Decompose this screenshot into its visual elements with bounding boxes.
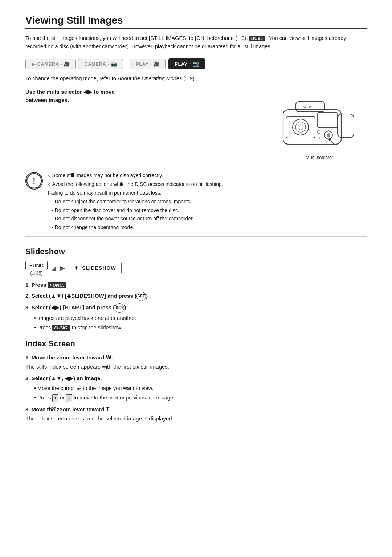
warning-icon: ! (25, 172, 43, 190)
cursor-icon: ☍ (77, 386, 81, 391)
minus-btn: – (66, 394, 72, 402)
intro-text-1: To use the still images functions, you w… (25, 35, 249, 41)
svg-point-14 (317, 131, 320, 134)
slideshow-label: SLIDESHOW (82, 265, 116, 271)
warning-bullet-2: Avoid the following actions while the DI… (48, 180, 223, 198)
svg-point-16 (304, 106, 306, 108)
svg-point-3 (293, 119, 309, 135)
svg-point-4 (295, 122, 306, 132)
camera-photo-symbol: · 📷 (108, 61, 117, 67)
warning-sub-item: Do not subject the camcorder to vibratio… (52, 198, 223, 206)
play-photo-label: PLAY (175, 61, 187, 67)
intro-text: To use the still images functions, you w… (25, 34, 367, 51)
func-box: FUNC (25, 261, 48, 270)
camera-video-symbol: · 🎥 (61, 61, 70, 67)
camcorder-svg (276, 88, 363, 153)
dc95-badge: DC95 (249, 36, 265, 41)
func-inline-1: FUNC. (48, 282, 66, 288)
svg-line-20 (330, 139, 334, 144)
svg-rect-6 (296, 102, 325, 112)
use-multi-selector-heading: Use the multi selector ◀▶ to movebetween… (25, 88, 261, 104)
warning-sub-item: Do not disconnect the power source or tu… (52, 215, 223, 223)
play-photo-mode-btn[interactable]: PLAY · 📷 (168, 58, 205, 69)
camera-photo-label: CAMERA (84, 61, 106, 67)
slideshow-steps: 1. Press FUNC. 2. Select (▲▼) [◈SLIDESHO… (25, 281, 367, 332)
mode-divider (127, 57, 127, 70)
index-sub-1: Move the cursor ☍ to the image you want … (34, 384, 367, 393)
index-step-3: 3. Move the zoom lever toward T. The ind… (25, 405, 367, 423)
svg-rect-2 (318, 113, 338, 128)
func-inline-2: FUNC. (52, 325, 70, 331)
index-step-1-detail: The stills index screen appears with the… (25, 363, 169, 370)
warning-sub-list: Do not subject the camcorder to vibratio… (52, 198, 223, 232)
mode-buttons-row: ▶ CAMERA · 🎥 CAMERA · 📷 PLAY · 🎥 PLAY · … (25, 57, 367, 70)
multi-selector-label: Multi selector (306, 155, 334, 160)
camera-photo-mode-btn[interactable]: CAMERA · 📷 (78, 59, 123, 69)
slideshow-arrow-2: ▶ (60, 264, 65, 272)
multi-selector-text: Use the multi selector ◀▶ to movebetween… (25, 88, 261, 107)
func-row: FUNC (□ 35) ◢ ▶ ⚘ SLIDESHOW (25, 261, 367, 276)
play-video-symbol: · 🎥 (151, 61, 160, 67)
index-screen-heading: Index Screen (25, 339, 367, 349)
camera-video-mode-btn[interactable]: ▶ CAMERA · 🎥 (25, 59, 76, 69)
index-step-3-detail: The index screen closes and the selected… (25, 415, 173, 422)
svg-rect-15 (315, 137, 319, 139)
index-sub-2: Press + or – to move to the next or prev… (34, 394, 367, 402)
svg-point-17 (309, 106, 311, 108)
slideshow-icon: ⚘ (74, 265, 79, 271)
play-photo-symbol: · 📷 (189, 61, 199, 67)
set-btn-2: SET (115, 303, 124, 313)
svg-rect-7 (338, 114, 354, 138)
warning-bullet-1: Some still images may not be displayed c… (48, 171, 223, 180)
operating-modes-ref: About the Operating Modes (118, 76, 182, 81)
warning-sub-item: Do not open the disc cover and do not re… (52, 206, 223, 215)
svg-point-9 (327, 133, 330, 137)
warning-content: Some still images may not be displayed c… (48, 171, 223, 232)
svg-text:!: ! (33, 176, 35, 186)
set-btn-1: SET (136, 292, 146, 301)
slideshow-sub-bullets: Images are played back one after another… (34, 314, 367, 332)
play-video-mode-btn[interactable]: PLAY · 🎥 (130, 59, 166, 69)
func-ref: (□ 35) (30, 270, 43, 276)
slideshow-sub-2: Press FUNC. to stop the slideshow. (34, 324, 367, 332)
warning-section: ! Some still images may not be displayed… (25, 167, 367, 237)
svg-point-5 (298, 125, 303, 130)
page-title: Viewing Still Images (25, 15, 367, 29)
page-number: 28 (51, 406, 57, 412)
index-screen-steps: 1. Move the zoom lever toward W. The sti… (25, 353, 367, 423)
slideshow-arrow-1: ◢ (51, 264, 56, 272)
play-video-label: PLAY (136, 61, 148, 67)
slideshow-box: ⚘ SLIDESHOW (69, 263, 122, 273)
index-sub-bullets: Move the cursor ☍ to the image you want … (34, 384, 367, 402)
slideshow-step-3: 3. Select (◀▶) [START] and press (SET) .… (25, 303, 367, 332)
camcorder-illustration: Multi selector (272, 88, 367, 160)
camera-video-label: CAMERA (37, 61, 59, 67)
camera-video-icon: ▶ (32, 61, 36, 67)
slideshow-step-1: 1. Press FUNC. (25, 281, 367, 289)
svg-rect-0 (283, 110, 341, 144)
to-change-text: To change the operating mode, refer to A… (25, 76, 367, 81)
index-step-1: 1. Move the zoom lever toward W. The sti… (25, 353, 367, 371)
slideshow-step-2: 2. Select (▲▼) [◈SLIDESHOW] and press (S… (25, 292, 367, 301)
multi-selector-section: Use the multi selector ◀▶ to movebetween… (25, 88, 367, 160)
slideshow-sub-1: Images are played back one after another… (34, 314, 367, 322)
plus-btn: + (52, 394, 58, 402)
slideshow-heading: Slideshow (25, 247, 367, 256)
warning-sub-item: Do not change the operating mode. (52, 223, 223, 232)
index-step-2: 2. Select (▲▼, ◀▶) an image. Move the cu… (25, 374, 367, 402)
